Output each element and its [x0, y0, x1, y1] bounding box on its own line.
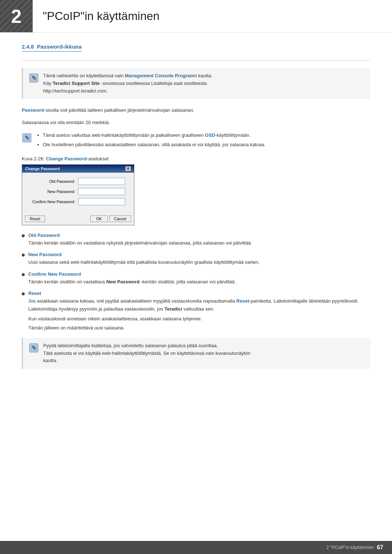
svg-text:✎: ✎: [32, 75, 36, 81]
chapter-number-block: 2: [0, 0, 33, 32]
chapter-title: "PCoIP"in käyttäminen: [33, 0, 160, 32]
def-desc-confirm-password: Tämän kentän sisällön on vastattava New …: [28, 278, 236, 286]
osd-highlight: OSD: [205, 132, 215, 138]
bullet-dot: [22, 292, 25, 295]
def-term-reset: Reset: [28, 291, 370, 296]
bullet-note-item-2: Ole huolellinen päivittäessäsi asiakasla…: [43, 141, 266, 149]
def-term-new-password: New Password: [28, 252, 260, 257]
svg-text:✎: ✎: [32, 345, 36, 351]
dialog-close-button[interactable]: ×: [125, 166, 131, 171]
fig-caption: Kuva 2-26: Change Password-asetukset: [22, 156, 370, 161]
input-old-password[interactable]: [78, 178, 125, 185]
def-desc-reset-p1: Jos asiakkaan salasana katoaa, voit pyyt…: [28, 297, 370, 313]
def-item-old-password: Old Password Tämän kentän sisällön on va…: [22, 233, 370, 247]
def-content-reset: Reset Jos asiakkaan salasana katoaa, voi…: [28, 291, 370, 332]
note-icon-2: ✎: [29, 343, 39, 353]
note-text-1: Tämä vaihtoehto on käytettävissä vain Ma…: [43, 72, 212, 95]
teradici-bold: Teradici: [164, 306, 182, 312]
bullet-note-item-1: Tämä asetus vaikuttaa web-hallintakäyttö…: [43, 131, 266, 139]
dialog-row-confirm-password: Confirm New Password:: [28, 198, 128, 205]
bullet-dot: [22, 234, 25, 237]
bullet-dot: [22, 273, 25, 276]
dialog-row-old-password: Old Password:: [28, 178, 128, 185]
para-2: Salasanassa voi olla enintään 20 merkkiä…: [22, 119, 370, 127]
section-divider: [22, 60, 370, 61]
btn-cancel[interactable]: Cancel: [109, 216, 131, 222]
bullet-note-wrap: ✎ Tämä asetus vaikuttaa web-hallintakäyt…: [22, 131, 370, 150]
footer-page-number: 67: [377, 544, 383, 551]
bullet-note-list: Tämä asetus vaikuttaa web-hallintakäyttö…: [36, 131, 266, 150]
reset-bold-highlight: Reset: [236, 298, 249, 304]
definition-list: Old Password Tämän kentän sisällön on va…: [22, 233, 370, 332]
para-1: Password-sivulla voit päivittää laitteen…: [22, 106, 370, 114]
fig-caption-highlight: Change Password: [46, 156, 87, 161]
section-heading: 2.4.8 Password-ikkuna: [22, 44, 82, 52]
def-desc-new-password: Uusi salasana sekä web-hallintakäyttölii…: [28, 258, 260, 266]
def-content-old-password: Old Password Tämän kentän sisällön on va…: [28, 233, 252, 247]
btn-reset[interactable]: Reset: [25, 216, 45, 222]
def-term-old-password: Old Password: [28, 233, 252, 238]
input-confirm-password[interactable]: [78, 198, 125, 205]
dialog-title: Change Password: [25, 167, 60, 171]
def-item-reset: Reset Jos asiakkaan salasana katoaa, voi…: [22, 291, 370, 332]
def-desc-old-password: Tämän kentän sisällön on vastattava nyky…: [28, 239, 252, 247]
def-content-new-password: New Password Uusi salasana sekä web-hall…: [28, 252, 260, 266]
page-footer: 2 "PCoIP"in käyttäminen 67: [0, 541, 392, 554]
note-text-2: Pyydä laitetoimittajalta lisätietoja, jo…: [43, 342, 250, 365]
label-new-password: New Password:: [28, 189, 75, 194]
highlight-management-console: Management Console Program: [125, 73, 194, 78]
dialog-titlebar: Change Password ×: [22, 165, 134, 173]
def-item-new-password: New Password Uusi salasana sekä web-hall…: [22, 252, 370, 266]
def-content-confirm-password: Confirm New Password Tämän kentän sisäll…: [28, 271, 236, 286]
note-box-1: ✎ Tämä vaihtoehto on käytettävissä vain …: [22, 68, 370, 99]
def-desc-reset-p2: Kun vastauskoodi annetaan oikein asiakas…: [28, 315, 370, 323]
dialog-row-new-password: New Password:: [28, 188, 128, 195]
chapter-number: 2: [11, 5, 22, 27]
note-box-2: ✎ Pyydä laitetoimittajalta lisätietoja, …: [22, 338, 370, 369]
btn-ok[interactable]: OK: [90, 216, 108, 222]
bullet-dot: [22, 254, 25, 257]
def-desc-reset-p3: Tämän jälkeen on määritettävä uusi salas…: [28, 324, 370, 332]
para1-bold: Password: [22, 107, 44, 113]
footer-chapter-label: 2 "PCoIP"in käyttäminen: [327, 545, 374, 550]
label-confirm-password: Confirm New Password:: [28, 200, 75, 204]
dialog-body: Old Password: New Password: Confirm New …: [22, 173, 134, 213]
input-new-password[interactable]: [78, 188, 125, 195]
svg-text:✎: ✎: [25, 135, 29, 141]
change-password-dialog: Change Password × Old Password: New Pass…: [22, 164, 134, 225]
def-item-confirm-password: Confirm New Password Tämän kentän sisäll…: [22, 271, 370, 286]
dialog-buttons: Reset OK Cancel: [22, 213, 134, 225]
label-old-password: Old Password:: [28, 179, 75, 184]
confirm-newpassword-bold: New Password: [106, 279, 140, 284]
highlight-teradici-support: Teradici Support Site: [53, 81, 100, 86]
dialog-btn-group: OK Cancel: [90, 216, 131, 222]
page-header: 2 "PCoIP"in käyttäminen: [0, 0, 392, 33]
dialog-wrapper: Change Password × Old Password: New Pass…: [22, 164, 370, 225]
def-term-confirm-password: Confirm New Password: [28, 271, 236, 277]
note-icon-1: ✎: [29, 73, 39, 83]
page-content: 2.4.8 Password-ikkuna ✎ Tämä vaihtoehto …: [0, 44, 392, 398]
bullet-note-icon: ✎: [22, 133, 32, 143]
